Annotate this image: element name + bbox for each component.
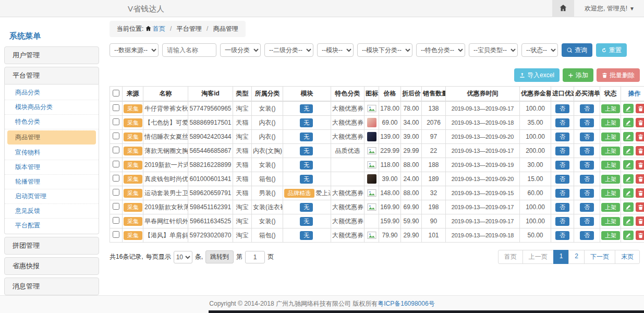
delete-button[interactable] [636,174,644,184]
edit-button[interactable] [623,104,634,113]
select-all-checkbox[interactable] [113,90,119,97]
sidebar-submenu-item[interactable]: 特色分类 [5,115,99,129]
import-select-toggle[interactable]: 否 [555,217,569,226]
must-buy-toggle[interactable]: 否 [580,231,594,240]
pager-page-2[interactable]: 2 [568,250,585,264]
import-select-toggle[interactable]: 否 [555,118,569,127]
search-button[interactable]: 查询 [562,43,592,57]
status-toggle[interactable]: 上架 [601,189,620,198]
status-toggle[interactable]: 上架 [601,203,620,212]
delete-button[interactable] [636,104,644,113]
sidebar-submenu-item[interactable]: 模块商品分类 [5,100,99,115]
user-menu[interactable]: 欢迎您, 管理员!▼ [574,0,644,17]
status-toggle[interactable]: 上架 [601,161,620,170]
import-select-toggle[interactable]: 否 [555,203,569,212]
icp-link[interactable]: 粤ICP备16098006号 [378,300,434,307]
must-buy-toggle[interactable]: 否 [580,175,594,184]
import-excel-button[interactable]: 导入excel [514,68,560,82]
module-select[interactable]: --模块-- [317,43,354,57]
sidebar-submenu-item[interactable]: 商品分类 [5,86,99,100]
module-sub-select[interactable]: --模块下分类-- [357,43,412,57]
source-select[interactable]: --数据来源-- [110,43,159,57]
row-checkbox[interactable] [113,189,119,196]
must-buy-toggle[interactable]: 否 [580,118,594,127]
sidebar-submenu-item[interactable]: 轮播管理 [5,175,99,189]
sidebar-group[interactable]: 消息管理 [4,278,99,295]
must-buy-toggle[interactable]: 否 [580,217,594,226]
feature-select[interactable]: --特色分类-- [416,43,465,57]
sidebar-group[interactable]: 省惠快报 [4,257,99,275]
pager-next[interactable]: 下一页 [584,250,615,264]
status-toggle[interactable]: 上架 [601,133,620,141]
breadcrumb-home-link[interactable]: 首页 [145,25,165,32]
import-select-toggle[interactable]: 否 [555,175,569,184]
must-buy-toggle[interactable]: 否 [580,203,594,212]
row-checkbox[interactable] [113,203,119,210]
perpage-select[interactable]: 10 [174,251,192,263]
edit-button[interactable] [623,216,634,226]
batch-delete-button[interactable]: 批量删除 [597,68,640,82]
row-checkbox[interactable] [113,161,119,167]
sidebar-group-user[interactable]: 用户管理 [4,46,99,64]
sidebar-submenu-item[interactable]: 意见反馈 [5,204,99,219]
status-select[interactable]: --状态-- [521,43,558,57]
delete-button[interactable] [636,146,644,155]
import-select-toggle[interactable]: 否 [555,147,569,155]
delete-button[interactable] [636,188,644,198]
edit-button[interactable] [623,231,634,240]
must-buy-toggle[interactable]: 否 [580,133,594,141]
import-select-toggle[interactable]: 否 [555,133,569,141]
delete-button[interactable] [636,202,644,212]
jump-button[interactable]: 跳转到 [205,250,234,263]
status-toggle[interactable]: 上架 [601,231,620,240]
row-checkbox[interactable] [113,133,119,139]
import-select-toggle[interactable]: 否 [555,231,569,240]
edit-button[interactable] [623,118,634,127]
must-buy-toggle[interactable]: 否 [580,104,594,113]
page-number-input[interactable] [245,251,265,263]
sidebar-submenu-item[interactable]: 商品管理 [7,130,96,145]
sidebar-submenu-item[interactable]: 版本管理 [5,160,99,175]
status-toggle[interactable]: 上架 [601,118,620,127]
edit-button[interactable] [623,174,634,184]
add-button[interactable]: 添加 [563,68,593,82]
row-checkbox[interactable] [113,147,119,153]
row-checkbox[interactable] [113,217,119,224]
row-checkbox[interactable] [113,175,119,182]
import-select-toggle[interactable]: 否 [555,189,569,198]
import-select-toggle[interactable]: 否 [555,104,569,113]
status-toggle[interactable]: 上架 [601,147,620,155]
must-buy-toggle[interactable]: 否 [580,147,594,155]
delete-button[interactable] [636,118,644,127]
pager-page-1[interactable]: 1 [553,250,569,264]
edit-button[interactable] [623,202,634,212]
pager-last[interactable]: 末页 [615,250,640,264]
status-toggle[interactable]: 上架 [601,175,620,184]
home-button[interactable] [552,0,574,17]
sidebar-submenu-item[interactable]: 启动页管理 [5,189,99,204]
edit-button[interactable] [623,132,634,141]
must-buy-toggle[interactable]: 否 [580,161,594,170]
must-buy-toggle[interactable]: 否 [580,189,594,198]
sidebar-group[interactable]: 拼团管理 [4,237,99,255]
category1-select[interactable]: 一级分类 [220,43,261,57]
row-checkbox[interactable] [113,231,119,238]
import-select-toggle[interactable]: 否 [555,161,569,170]
sidebar-submenu-item[interactable]: 宣传物料 [5,146,99,160]
delete-button[interactable] [636,160,644,170]
row-checkbox[interactable] [113,104,119,111]
sidebar-group-platform[interactable]: 平台管理 [4,67,99,85]
name-input[interactable] [162,43,216,57]
delete-button[interactable] [636,132,644,141]
status-toggle[interactable]: 上架 [601,217,620,226]
item-type-select[interactable]: --宝贝类型-- [469,43,518,57]
edit-button[interactable] [623,146,634,155]
status-toggle[interactable]: 上架 [601,104,620,113]
reset-button[interactable]: 重置 [596,43,627,57]
edit-button[interactable] [623,160,634,170]
delete-button[interactable] [636,216,644,226]
sidebar-submenu-item[interactable]: 平台配置 [5,219,99,233]
row-checkbox[interactable] [113,118,119,125]
edit-button[interactable] [623,188,634,198]
delete-button[interactable] [636,231,644,240]
